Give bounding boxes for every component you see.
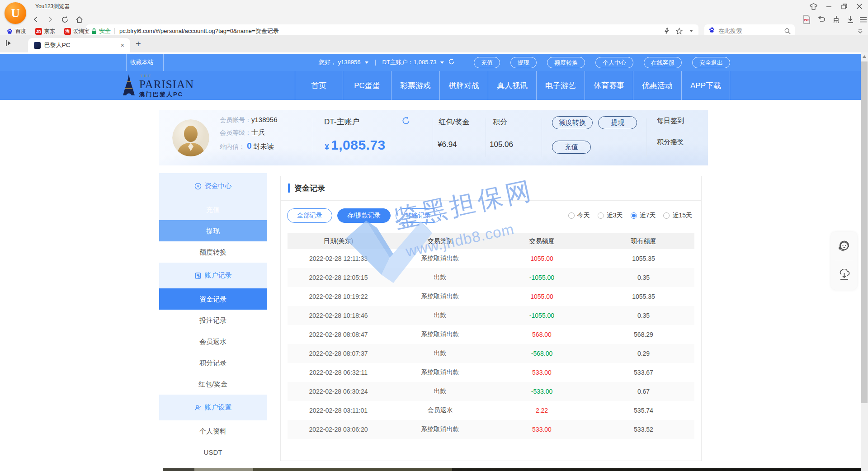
filter-button[interactable]: 全部记录 xyxy=(287,208,332,223)
sidebar-item[interactable]: 积分记录 xyxy=(159,352,267,373)
records-panel: 资金记录 全部记录存/提款记录转账记录 今天近3天近7天近15天 日期(美东)交… xyxy=(280,176,702,461)
favorite-site-link[interactable]: 收藏本站 xyxy=(130,54,154,71)
user-icon xyxy=(194,404,202,411)
browser-toolbar: 安全 pc.blryl6.com/#/personal/accountLog?t… xyxy=(0,12,868,27)
pdf-icon[interactable]: PDF xyxy=(801,14,812,25)
cleaner-icon[interactable] xyxy=(830,14,842,25)
back-icon[interactable] xyxy=(30,14,42,25)
reload-icon[interactable] xyxy=(59,14,71,25)
customer-service-icon[interactable] xyxy=(838,240,850,254)
profile-quick-link[interactable]: 积分摇奖 xyxy=(657,138,684,146)
topbar-buttons: 充值提现额度转换个人中心在线客服安全退出 xyxy=(474,54,730,71)
sidebar-item[interactable]: 充值 xyxy=(159,199,267,220)
refresh-balance-icon[interactable] xyxy=(448,58,455,66)
topbar-button[interactable]: 个人中心 xyxy=(595,57,633,68)
scrollbar-thumb[interactable] xyxy=(861,61,868,403)
user-greeting[interactable]: 您好， y138956 xyxy=(319,58,361,66)
sidebar-item[interactable]: 提现 xyxy=(159,220,267,241)
topbar-button[interactable]: 额度转换 xyxy=(547,57,585,68)
profile-quick-links: 每日签到积分摇奖 xyxy=(657,117,684,146)
wallet-refresh-icon[interactable] xyxy=(401,116,410,127)
nav-item[interactable]: 体育赛事 xyxy=(585,71,633,100)
profile-quick-link[interactable]: 每日签到 xyxy=(657,117,684,125)
filter-button[interactable]: 转账记录 xyxy=(396,208,441,223)
nav-item[interactable]: 真人视讯 xyxy=(488,71,537,100)
mail-count[interactable]: 0 xyxy=(247,141,252,151)
flash-icon[interactable] xyxy=(664,28,669,34)
cell: 533.52 xyxy=(593,426,694,433)
site-topbar: 收藏本站 您好， y138956 DT主账户：1,085.73 充值提现额度转换… xyxy=(0,54,861,71)
ledger-icon xyxy=(194,272,202,279)
column-header: 交易类别 xyxy=(389,233,491,249)
radio-icon xyxy=(663,212,670,219)
range-option[interactable]: 今天 xyxy=(568,212,590,220)
topbar-button[interactable]: 安全退出 xyxy=(692,57,730,68)
sidebar-item[interactable]: 会员返水 xyxy=(159,331,267,352)
bookmark-item[interactable]: JD京东 xyxy=(35,28,55,35)
tab-parisian[interactable]: 巴黎人PC × xyxy=(28,38,130,52)
nav-item[interactable]: PC蛋蛋 xyxy=(343,71,392,100)
download-icon[interactable] xyxy=(844,14,856,25)
main-nav: 首页PC蛋蛋彩票游戏棋牌对战真人视讯电子游艺体育赛事优惠活动APP下载 xyxy=(295,71,730,100)
nav-item[interactable]: 电子游艺 xyxy=(537,71,585,100)
bottom-strip xyxy=(163,468,861,471)
sidebar-item[interactable]: 额度转换 xyxy=(159,241,267,263)
cell: -1055.00 xyxy=(491,274,593,281)
skin-theme-icon[interactable] xyxy=(807,2,819,10)
nav-item[interactable]: 首页 xyxy=(295,71,343,100)
range-option[interactable]: 近7天 xyxy=(631,212,656,220)
minimize-button[interactable] xyxy=(823,2,835,10)
chevron-down-icon[interactable] xyxy=(440,61,444,64)
chevron-down-icon[interactable] xyxy=(365,61,368,64)
range-option[interactable]: 近15天 xyxy=(663,212,692,220)
scroll-up-icon[interactable] xyxy=(863,55,866,58)
topbar-button[interactable]: 提现 xyxy=(510,57,537,68)
cell: 会员返水 xyxy=(389,406,491,414)
forward-icon[interactable] xyxy=(44,14,56,25)
profile-action-button[interactable]: 提现 xyxy=(598,116,637,129)
url-text[interactable]: pc.blryl6.com/#/personal/accountLog?tag=… xyxy=(119,27,664,35)
cell: -568.00 xyxy=(491,350,593,357)
radio-icon xyxy=(598,212,604,219)
range-option[interactable]: 近3天 xyxy=(598,212,623,220)
cell: 2.22 xyxy=(491,407,593,414)
bonus-value: ¥6.94 xyxy=(438,140,457,149)
chevron-down-icon[interactable] xyxy=(689,30,693,32)
sidebar-item[interactable]: 投注记录 xyxy=(159,310,267,331)
app-download-icon[interactable] xyxy=(838,269,850,283)
close-button[interactable] xyxy=(854,2,865,10)
sidebar-toggle-icon[interactable] xyxy=(5,39,12,49)
nav-item[interactable]: 彩票游戏 xyxy=(392,71,440,100)
topbar-button[interactable]: 充值 xyxy=(474,57,500,68)
table-row: 2022-02-28 08:08:47系统取消出款568.00568.29 xyxy=(288,325,694,344)
profile-action-button[interactable]: 充值 xyxy=(552,141,591,154)
tab-bar: 巴黎人PC × + xyxy=(0,35,868,52)
tab-close-icon[interactable]: × xyxy=(121,42,124,48)
undo-icon[interactable] xyxy=(816,14,827,25)
new-tab-button[interactable]: + xyxy=(136,39,141,49)
filter-button[interactable]: 存/提款记录 xyxy=(337,208,391,223)
profile-action-button[interactable]: 额度转换 xyxy=(552,116,593,129)
bookmark-label: 百度 xyxy=(15,28,26,35)
restore-button[interactable] xyxy=(838,2,850,10)
topbar-button[interactable]: 在线客服 xyxy=(644,57,682,68)
nav-item[interactable]: 棋牌对战 xyxy=(440,71,488,100)
sidebar-item[interactable]: 个人资料 xyxy=(159,420,267,442)
sidebar-item[interactable]: USDT xyxy=(159,442,267,463)
star-icon[interactable] xyxy=(676,28,683,34)
bookmark-item[interactable]: 淘爱淘宝 xyxy=(64,28,90,35)
wallet-summary[interactable]: DT主账户：1,085.73 xyxy=(382,58,437,66)
nav-item[interactable]: 优惠活动 xyxy=(633,71,682,100)
cell: 2022-02-28 03:06:20 xyxy=(288,426,389,433)
home-icon[interactable] xyxy=(73,14,85,25)
sidebar-item[interactable]: 红包/奖金 xyxy=(159,373,267,395)
search-input[interactable] xyxy=(718,28,781,34)
sidebar-item[interactable]: 资金记录 xyxy=(159,288,267,310)
bookmark-item[interactable]: 百度 xyxy=(6,28,26,35)
site-logo[interactable]: THE PARISIAN 澳门巴黎人PC xyxy=(121,74,194,97)
magnifier-icon[interactable] xyxy=(784,28,791,34)
scrollbar[interactable] xyxy=(861,52,868,471)
nav-item[interactable]: APP下载 xyxy=(682,71,730,100)
site-nav: THE PARISIAN 澳门巴黎人PC 首页PC蛋蛋彩票游戏棋牌对战真人视讯电… xyxy=(0,71,861,100)
menu-icon[interactable] xyxy=(857,14,868,25)
